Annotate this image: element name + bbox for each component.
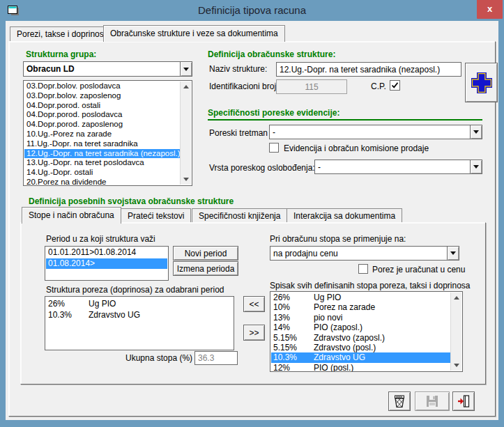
scroll-down-icon[interactable] xyxy=(181,174,192,185)
list-item-selected[interactable]: 12.Ug.-Dopr. na teret saradnika (nezapos… xyxy=(24,149,180,159)
move-left-button[interactable]: << xyxy=(243,296,265,312)
period-listbox[interactable]: 01.01.2011>01.08.2014 01.08.2014> xyxy=(45,246,169,281)
id-broj-input: 115 xyxy=(276,79,347,94)
svojstva-header: Definicija posebnih svojstava obračunske… xyxy=(29,196,234,206)
plus-icon xyxy=(471,72,492,93)
cp-label: C.P. xyxy=(371,81,386,91)
strukturna-grupa-header: Strukturna grupa: xyxy=(26,49,96,59)
inner-tab-interakcija[interactable]: Interakcija sa dokumentima xyxy=(287,208,402,223)
checkmark-icon xyxy=(391,81,399,89)
spisak-label: Spisak svih definisanih stopa poreza, ta… xyxy=(270,281,471,290)
section-divider xyxy=(208,119,482,121)
trash-icon xyxy=(392,394,406,409)
porez-uracunat-checkbox[interactable] xyxy=(358,264,368,274)
spisak-listbox[interactable]: 26%Ug PIO 10%Porez na zarade 13%pio novi… xyxy=(270,291,463,372)
naziv-input[interactable]: 12.Ug.-Dopr. na teret saradnika (nezapos… xyxy=(276,62,461,77)
struktura-poreza-listbox[interactable]: 26%Ug PIO 10.3%Zdravstvo UG xyxy=(45,296,234,350)
cp-checkbox[interactable] xyxy=(390,80,400,91)
poreski-tretman-value: - xyxy=(273,125,468,139)
add-structure-button[interactable] xyxy=(465,63,498,102)
id-broj-label: Identifikacioni broj: xyxy=(209,81,278,91)
list-item[interactable]: 26%Ug PIO xyxy=(46,298,233,309)
primena-label: Pri obračunu stopa se primenjuje na: xyxy=(270,234,406,244)
novi-period-button[interactable]: Novi period xyxy=(173,246,238,261)
vrsta-oslobodjenja-value: - xyxy=(318,160,468,173)
dropdown-arrow-icon[interactable] xyxy=(470,160,482,173)
scrollbar[interactable] xyxy=(180,81,191,185)
move-right-button[interactable]: >> xyxy=(243,325,265,341)
definicija-strukture-header: Definicija obračunske strukture: xyxy=(208,49,335,59)
period-label: Period u za koji struktura važi xyxy=(46,234,155,244)
struktura-poreza-label: Struktura poreza (doprinosa) za odabrani… xyxy=(46,285,224,295)
list-item[interactable]: 01.01.2011>01.08.2014 xyxy=(46,247,167,258)
exit-door-icon xyxy=(457,394,471,408)
list-item[interactable]: 12%PIO (posl.) xyxy=(271,363,450,372)
dropdown-arrow-icon[interactable] xyxy=(180,62,192,76)
floppy-disk-icon xyxy=(426,395,438,407)
scroll-down-icon[interactable] xyxy=(451,360,462,371)
komisiona-label: Evidencija i obračun komisione prodaje xyxy=(284,143,429,153)
porez-uracunat-label: Porez je uračunat u cenu xyxy=(372,265,465,274)
dialog-content: Porezi, takse i doprinosi Obračunske str… xyxy=(6,21,498,420)
ukupna-stopa-input: 36.3 xyxy=(194,351,238,365)
vrsta-oslobodjenja-combo[interactable]: - xyxy=(314,160,482,174)
dialog-window: Definicija tipova racuna x Porezi, takse… xyxy=(0,0,504,427)
title-bar[interactable]: Definicija tipova racuna x xyxy=(0,0,504,21)
window-title: Definicija tipova racuna xyxy=(0,0,504,21)
list-item[interactable]: 03.Dopr.bolov. zaposlenog xyxy=(24,91,180,101)
ukupna-stopa-label: Ukupna stopa (%) : xyxy=(125,353,197,363)
strukturna-grupa-value: Obracun LD xyxy=(26,62,178,76)
list-item-selected[interactable]: 01.08.2014> xyxy=(46,258,167,270)
list-item[interactable]: 13.Ug.-Dopr. na teret poslodavca xyxy=(24,158,180,168)
inner-tab-stope[interactable]: Stope i način obračuna xyxy=(22,207,121,224)
poreski-tretman-label: Poreski tretman : xyxy=(209,128,273,138)
list-item[interactable]: 13%pio novi xyxy=(271,313,450,323)
exit-button[interactable] xyxy=(452,391,475,411)
inner-tab-prateci-tekstovi[interactable]: Prateći tekstovi xyxy=(121,208,191,223)
vrsta-oslobodjenja-label: Vrsta poreskog oslobođenja: xyxy=(209,163,315,173)
primena-combo[interactable]: na prodajnu cenu xyxy=(270,246,459,261)
list-item[interactable]: 14%PIO (zaposl.) xyxy=(271,323,450,332)
list-item-selected[interactable]: 10.3%Zdravstvo UG xyxy=(271,352,450,362)
specificnosti-header: Specifičnosti poreske evidencije: xyxy=(208,108,339,118)
dropdown-arrow-icon[interactable] xyxy=(447,247,459,260)
list-item[interactable]: 26%Ug PIO xyxy=(271,293,450,302)
list-item[interactable]: 10%Porez na zarade xyxy=(271,302,450,312)
list-item[interactable]: 5.15%Zdravstvo (posl.) xyxy=(271,343,450,352)
scrollbar[interactable] xyxy=(450,293,461,371)
naziv-label: Naziv strukture: xyxy=(209,64,267,74)
poreski-tretman-combo[interactable]: - xyxy=(269,125,482,139)
scroll-up-icon[interactable] xyxy=(451,293,462,303)
list-item[interactable]: 10.Ug.-Porez na zarade xyxy=(24,130,180,139)
close-button[interactable]: x xyxy=(477,0,503,19)
list-item[interactable]: 04.Dopr.porod. ostali xyxy=(24,101,180,111)
tab-obracunske-strukture[interactable]: Obračunske strukture i veze sa dokumenti… xyxy=(103,25,285,42)
scroll-up-icon[interactable] xyxy=(181,81,192,92)
dropdown-arrow-icon[interactable] xyxy=(470,125,482,139)
list-item[interactable]: 14.Ug.-Dopr. ostali xyxy=(24,168,180,178)
list-item[interactable]: 11.Ug.-Dopr. na teret saradnika xyxy=(24,139,180,149)
list-item[interactable]: 03.Dopr.bolov. poslodavca xyxy=(24,81,180,91)
list-item[interactable]: 5.15%Zdravstvo (zaposl.) xyxy=(271,333,450,343)
tab-porezi[interactable]: Porezi, takse i doprinosi xyxy=(10,26,112,41)
list-item[interactable]: 20.Porez na dividende xyxy=(24,178,180,186)
list-item[interactable]: 04.Dopr.porod. poslodavca xyxy=(24,110,180,120)
primena-value: na prodajnu cenu xyxy=(273,247,445,260)
delete-button[interactable] xyxy=(388,391,411,411)
strukturna-grupa-combo[interactable]: Obracun LD xyxy=(23,61,192,77)
list-item[interactable]: 04.Dopr.porod. zaposlenog xyxy=(24,120,180,130)
inner-tab-page: Period u za koji struktura važi 01.01.20… xyxy=(20,222,486,385)
inner-tab-specificnosti-knjizenja[interactable]: Specifičnosti knjiženja xyxy=(192,208,287,223)
komisiona-checkbox[interactable] xyxy=(269,143,279,153)
izmena-perioda-button[interactable]: Izmena perioda xyxy=(173,261,238,276)
strukturna-grupa-listbox[interactable]: 03.Dopr.bolov. poslodavca 03.Dopr.bolov.… xyxy=(23,80,192,186)
main-tab-page: Strukturna grupa: Obracun LD 03.Dopr.bol… xyxy=(8,41,496,417)
list-item[interactable]: 10.3%Zdravstvo UG xyxy=(46,309,233,320)
save-button[interactable] xyxy=(415,391,450,411)
